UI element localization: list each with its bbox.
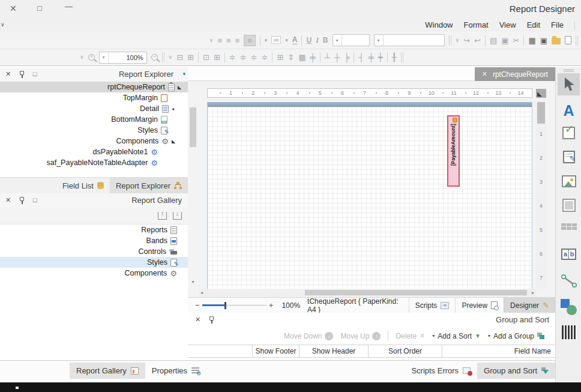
shape-tool[interactable] <box>556 299 581 315</box>
add-sort-button[interactable]: ▾ Add a Sort ▼ <box>432 332 481 340</box>
picture-box-tool[interactable] <box>556 175 581 187</box>
tab-report-explorer[interactable]: Report Explorer <box>110 178 188 193</box>
toolbar-chevron-icon[interactable]: ∨ <box>169 55 173 60</box>
scroll-right-icon[interactable]: ▸ <box>532 290 534 295</box>
gallery-item-styles[interactable]: Styles ✎ <box>0 257 188 268</box>
tree-item-report[interactable]: rptChequeReport ◣ <box>0 82 188 92</box>
barcode-tool[interactable] <box>556 325 581 339</box>
zoom-plus-icon[interactable]: + <box>269 301 274 310</box>
paste-icon[interactable]: ▤ <box>490 37 497 44</box>
tab-designer[interactable]: Designer ✎ <box>504 298 555 313</box>
align-left-icon[interactable]: ≡ <box>244 35 256 46</box>
export-template-icon[interactable]: ↑ <box>158 212 167 220</box>
close-panel-icon[interactable]: ✕ <box>5 196 11 204</box>
close-document-icon[interactable]: ✕ <box>482 70 487 78</box>
pin-panel-icon[interactable] <box>209 316 214 321</box>
expander-collapsed-icon[interactable]: ◂ <box>172 106 177 112</box>
center-vertically-icon[interactable]: ⊞ <box>214 53 220 61</box>
zoom-slider-thumb[interactable] <box>224 302 226 309</box>
align-center-icon[interactable]: ≡ <box>226 37 231 44</box>
report-page[interactable]: [PayableAmount] <box>207 102 532 289</box>
import-template-icon[interactable]: ↓ <box>173 212 182 220</box>
pointer-tool[interactable] <box>558 73 580 95</box>
toolbar-chevron-icon[interactable]: ∨ <box>209 38 214 43</box>
panel-dropdown-icon[interactable]: ▾ <box>182 71 185 77</box>
grid-tool-icon[interactable]: ╂ <box>392 53 397 61</box>
tree-item-detail[interactable]: Detail ◂ <box>0 103 188 114</box>
minimize-window-icon[interactable]: — <box>65 2 73 11</box>
tree-item-components[interactable]: Components ⚙ ◣ <box>0 136 188 146</box>
checkbox-tool[interactable]: ✓ <box>556 127 581 139</box>
zoom-in-icon[interactable]: + <box>88 54 95 61</box>
font-size-combo[interactable]: ▾ <box>333 34 370 46</box>
tree-item-topmargin[interactable]: TopMargin <box>0 92 188 103</box>
tab-properties[interactable]: Properties ⚙ <box>145 363 206 379</box>
font-color-icon[interactable]: A <box>292 36 298 45</box>
size-tool-icon[interactable]: ╪ <box>310 53 316 61</box>
horizontal-scrollbar[interactable]: ◂ ▸ <box>199 289 536 297</box>
spacing-tool-icon[interactable]: ╪ <box>369 53 374 61</box>
save-icon[interactable]: ▣ <box>540 37 547 44</box>
bring-to-front-icon[interactable]: ⊞ <box>187 53 194 61</box>
column-header-field-name[interactable]: Field Name <box>442 345 555 357</box>
align-tool-icon[interactable]: ╞ <box>344 53 349 61</box>
close-panel-icon[interactable]: ✕ <box>195 316 200 324</box>
scrollbar-thumb[interactable] <box>190 107 196 147</box>
pin-panel-icon[interactable] <box>20 71 24 75</box>
layout-tool-icon[interactable]: ≑ <box>262 53 268 61</box>
font-color-dropdown-icon[interactable]: ▾ <box>285 38 288 43</box>
tab-scripts[interactable]: Scripts ‹› <box>409 298 456 313</box>
selected-field-label[interactable]: [PayableAmount] <box>447 115 460 187</box>
maximize-panel-icon[interactable]: □ <box>33 196 37 204</box>
undo-icon[interactable]: ↩ <box>474 37 481 44</box>
maximize-window-icon[interactable]: □ <box>37 4 42 13</box>
character-comb-tool[interactable]: ab <box>556 249 581 260</box>
copy-icon[interactable]: ▣ <box>501 37 508 44</box>
redo-icon[interactable]: ↪ <box>463 37 470 44</box>
align-tool-icon[interactable]: ┼ <box>334 53 340 61</box>
send-to-back-icon[interactable]: ⊟ <box>176 53 183 61</box>
close-panel-icon[interactable]: ✕ <box>5 70 11 78</box>
toolbar-chevron-icon[interactable]: ∨ <box>80 55 84 60</box>
size-tool-icon[interactable]: ⊞ <box>277 53 283 61</box>
center-horizontally-icon[interactable]: ⊡ <box>203 53 209 61</box>
tab-preview[interactable]: Preview <box>455 298 504 313</box>
tab-field-list[interactable]: Field List <box>56 178 110 193</box>
rich-text-tool[interactable]: ✎ <box>556 151 581 163</box>
tab-scripts-errors[interactable]: Scripts Errors <box>405 363 477 379</box>
size-tool-icon[interactable]: ▦ <box>298 53 306 61</box>
highlight-color-icon[interactable]: ab <box>271 36 281 44</box>
pin-panel-icon[interactable] <box>20 197 24 201</box>
align-tool-icon[interactable]: ┴ <box>325 53 330 61</box>
expander-open-icon[interactable]: ◣ <box>172 139 177 144</box>
tab-report-gallery[interactable]: Report Gallery <box>70 363 145 379</box>
toolbox-drag-handle-icon[interactable] <box>564 69 574 72</box>
tree-item-dataset[interactable]: dsPayableNote1 ⚙ <box>0 146 188 157</box>
spacing-tool-icon[interactable]: ┿ <box>378 53 383 61</box>
add-group-button[interactable]: ▾ Add a Group <box>488 332 544 340</box>
scroll-down-icon[interactable]: ▾ <box>188 279 198 285</box>
tree-item-styles[interactable]: Styles ✎ <box>0 125 188 136</box>
open-folder-icon[interactable] <box>552 38 561 44</box>
toolbar-overflow-chevron-icon[interactable]: ∨ <box>1 22 5 28</box>
gallery-item-bands[interactable]: Bands <box>0 235 188 246</box>
ruler-corner-box[interactable] <box>536 89 546 98</box>
size-tool-icon[interactable]: ⇕ <box>287 53 294 61</box>
toolbar-chevron-icon[interactable]: ∨ <box>456 38 460 43</box>
layout-tool-icon[interactable]: ≑ <box>229 53 236 61</box>
close-window-icon[interactable]: ✕ <box>10 4 17 13</box>
italic-icon[interactable]: I <box>316 37 319 44</box>
layout-tool-icon[interactable]: ≑ <box>240 53 247 61</box>
line-tool[interactable] <box>556 274 581 288</box>
chevron-down-icon[interactable]: ▾ <box>333 35 342 46</box>
menu-edit[interactable]: Edit <box>527 20 540 29</box>
delete-button[interactable]: Delete ✕ <box>396 332 425 340</box>
cut-icon[interactable]: ✂ <box>513 37 520 44</box>
menu-view[interactable]: View <box>499 20 516 29</box>
panel-tool[interactable] <box>556 199 581 212</box>
align-justify-icon[interactable]: ≡ <box>217 37 222 44</box>
highlight-dropdown-icon[interactable]: ▾ <box>265 38 268 43</box>
tab-group-and-sort[interactable]: Group and Sort <box>477 363 555 379</box>
expander-open-icon[interactable]: ◣ <box>178 85 183 90</box>
save-all-icon[interactable]: ▦ <box>528 37 535 44</box>
